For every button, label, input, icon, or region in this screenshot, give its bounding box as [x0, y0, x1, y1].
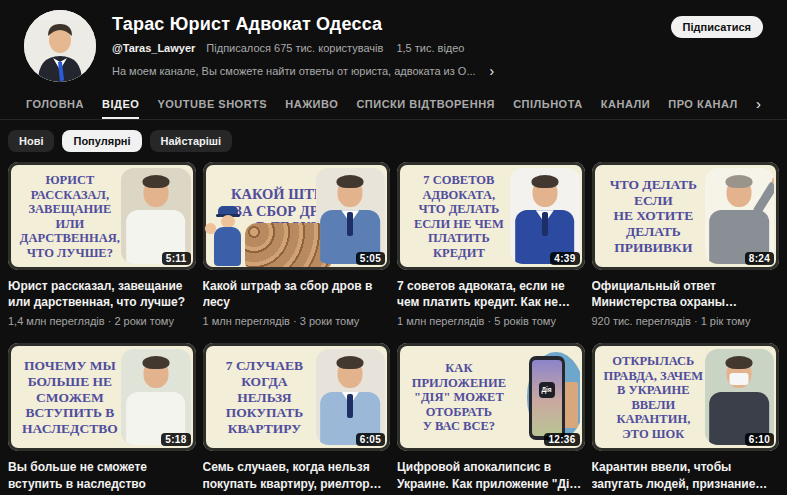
tab-live[interactable]: НАЖИВО [285, 88, 338, 119]
thumbnail-photo [510, 168, 579, 264]
video-thumbnail[interactable]: ЮРИСТ РАССКАЗАЛ, ЗАВЕЩАНИЕ ИЛИ ДАРСТВЕНН… [8, 162, 196, 270]
video-meta: 1 млн переглядів · 3 роки тому [203, 315, 391, 327]
person-head [338, 359, 363, 388]
video-card[interactable]: КАК ПРИЛОЖЕНИЕ "ДІЯ" МОЖЕТ ОТОБРАТЬ У ВА… [397, 343, 585, 495]
channel-description: На моем канале, Вы сможете найти ответы … [112, 65, 476, 77]
channel-tab-bar: ГОЛОВНА ВІДЕО YOUTUBE SHORTS НАЖИВО СПИС… [0, 88, 787, 120]
subscriber-count: Підписалося 675 тис. користувачів [206, 42, 383, 54]
video-duration-badge: 4:39 [550, 252, 579, 265]
tabs-overflow-chevron-icon[interactable]: › [756, 88, 761, 119]
video-thumbnail[interactable]: 7 СЛУЧАЕВ КОГДА НЕЛЬЗЯ ПОКУПАТЬ КВАРТИРУ… [203, 343, 391, 451]
video-duration-badge: 5:05 [356, 252, 385, 265]
channel-avatar[interactable] [24, 10, 96, 82]
video-count: 1,5 тис. відео [396, 42, 464, 54]
video-card[interactable]: ЧТО ДЕЛАТЬ ЕСЛИ НЕ ХОТИТЕ ДЕЛАТЬ ПРИВИВК… [592, 162, 780, 327]
channel-header: Тарас Юрист Адвокат Одесса @Taras_Lawyer… [0, 0, 787, 86]
video-title[interactable]: Карантин ввели, чтобы запугать людей, пр… [592, 459, 780, 491]
smartphone-icon: Дія [529, 356, 565, 440]
video-meta: 1 млн переглядів · 5 років тому [397, 315, 585, 327]
sort-chips: Нові Популярні Найстаріші [8, 130, 779, 152]
video-thumbnail[interactable]: КАКОЙ ШТРАФ ЗА СБОР ДРОВ В ЛЕСУ? 5:05 [203, 162, 391, 270]
person-head [727, 178, 752, 207]
video-title[interactable]: Вы больше не сможете вступить в наследст… [8, 459, 196, 491]
video-title[interactable]: 7 советов адвоката, если не чем платить … [397, 278, 585, 310]
channel-handle[interactable]: @Taras_Lawyer [112, 42, 195, 54]
thumbnail-headline: 7 СОВЕТОВ АДВОКАТА, ЧТО ДЕЛАТЬ ЕСЛИ НЕ Ч… [406, 173, 511, 260]
thumbnail-photo [121, 349, 190, 445]
thumbnail-photo [316, 349, 385, 445]
channel-description-row[interactable]: На моем канале, Вы сможете найти ответы … [112, 63, 494, 79]
pointing-arm [752, 180, 774, 215]
person-tie [347, 212, 353, 236]
tab-videos[interactable]: ВІДЕО [102, 88, 139, 119]
video-card[interactable]: 7 СОВЕТОВ АДВОКАТА, ЧТО ДЕЛАТЬ ЕСЛИ НЕ Ч… [397, 162, 585, 327]
tab-channels[interactable]: КАНАЛИ [601, 88, 650, 119]
person-head [143, 359, 168, 388]
video-card[interactable]: ЮРИСТ РАССКАЗАЛ, ЗАВЕЩАНИЕ ИЛИ ДАРСТВЕНН… [8, 162, 196, 327]
video-thumbnail[interactable]: 7 СОВЕТОВ АДВОКАТА, ЧТО ДЕЛАТЬ ЕСЛИ НЕ Ч… [397, 162, 585, 270]
thumbnail-headline: ОТКРЫЛАСЬ ПРАВДА, ЗАЧЕМ В УКРАИНЕ ВВЕЛИ … [601, 354, 706, 441]
person-tie [347, 394, 353, 418]
video-thumbnail[interactable]: ОТКРЫЛАСЬ ПРАВДА, ЗАЧЕМ В УКРАИНЕ ВВЕЛИ … [592, 343, 780, 451]
firewood-icon [245, 223, 331, 267]
video-title[interactable]: Какой штраф за сбор дров в лесу [203, 278, 391, 310]
tab-playlists[interactable]: СПИСКИ ВІДТВОРЕННЯ [356, 88, 495, 119]
video-duration-badge: 12:36 [544, 433, 579, 446]
thumbnail-headline: 7 СЛУЧАЕВ КОГДА НЕЛЬЗЯ ПОКУПАТЬ КВАРТИРУ [212, 358, 317, 436]
thumbnail-headline: ПОЧЕМУ МЫ БОЛЬШЕ НЕ СМОЖЕМ ВСТУПИТЬ В НА… [17, 358, 122, 436]
chip-oldest[interactable]: Найстаріші [150, 130, 232, 152]
phone-screen: Дія [532, 360, 562, 436]
video-grid: ЮРИСТ РАССКАЗАЛ, ЗАВЕЩАНИЕ ИЛИ ДАРСТВЕНН… [0, 162, 787, 495]
video-duration-badge: 6:10 [745, 433, 774, 446]
thumbnail-photo [121, 168, 190, 264]
subscribe-button[interactable]: Підписатися [671, 16, 763, 38]
video-duration-badge: 6:05 [356, 433, 385, 446]
dia-app-icon: Дія [539, 382, 555, 398]
video-title[interactable]: Цифровой апокалипсис в Украине. Как прил… [397, 459, 585, 491]
tab-about[interactable]: ПРО КАНАЛ [668, 88, 738, 119]
video-title[interactable]: Юрист рассказал, завещание или дарственн… [8, 278, 196, 310]
thumbnail-photo [705, 349, 774, 445]
chip-latest[interactable]: Нові [8, 130, 54, 152]
person-head [532, 178, 557, 207]
thumbnail-headline: ЮРИСТ РАССКАЗАЛ, ЗАВЕЩАНИЕ ИЛИ ДАРСТВЕНН… [17, 173, 122, 260]
video-thumbnail[interactable]: ЧТО ДЕЛАТЬ ЕСЛИ НЕ ХОТИТЕ ДЕЛАТЬ ПРИВИВК… [592, 162, 780, 270]
thumbnail-headline: ЧТО ДЕЛАТЬ ЕСЛИ НЕ ХОТИТЕ ДЕЛАТЬ ПРИВИВК… [601, 177, 706, 255]
video-title[interactable]: Семь случаев, когда нельзя покупать квар… [203, 459, 391, 491]
person-tie [542, 212, 548, 236]
channel-title: Тарас Юрист Адвокат Одесса [112, 14, 494, 35]
video-card[interactable]: ОТКРЫЛАСЬ ПРАВДА, ЗАЧЕМ В УКРАИНЕ ВВЕЛИ … [592, 343, 780, 495]
channel-info: Тарас Юрист Адвокат Одесса @Taras_Lawyer… [112, 10, 494, 82]
video-meta: 1,4 млн переглядів · 2 роки тому [8, 315, 196, 327]
thumbnail-photo [316, 168, 385, 264]
video-thumbnail[interactable]: ПОЧЕМУ МЫ БОЛЬШЕ НЕ СМОЖЕМ ВСТУПИТЬ В НА… [8, 343, 196, 451]
person-head [143, 178, 168, 207]
video-duration-badge: 5:18 [161, 433, 190, 446]
medical-mask-icon [730, 373, 749, 385]
video-card[interactable]: КАКОЙ ШТРАФ ЗА СБОР ДРОВ В ЛЕСУ? 5:05 Ка… [203, 162, 391, 327]
video-meta: 920 тис. переглядів · 1 рік тому [592, 315, 780, 327]
chip-popular[interactable]: Популярні [62, 130, 141, 152]
thumbnail-photo [705, 168, 774, 264]
video-card[interactable]: ПОЧЕМУ МЫ БОЛЬШЕ НЕ СМОЖЕМ ВСТУПИТЬ В НА… [8, 343, 196, 495]
tab-shorts[interactable]: YOUTUBE SHORTS [157, 88, 267, 119]
thumbnail-headline: КАК ПРИЛОЖЕНИЕ "ДІЯ" МОЖЕТ ОТОБРАТЬ У ВА… [406, 361, 511, 434]
policeman-icon [210, 206, 244, 266]
video-card[interactable]: 7 СЛУЧАЕВ КОГДА НЕЛЬЗЯ ПОКУПАТЬ КВАРТИРУ… [203, 343, 391, 495]
tab-home[interactable]: ГОЛОВНА [26, 88, 84, 119]
channel-meta-line: @Taras_Lawyer Підписалося 675 тис. корис… [112, 42, 494, 54]
thumbnail-photo: Дія [510, 349, 579, 445]
video-duration-badge: 8:24 [745, 252, 774, 265]
tab-community[interactable]: СПІЛЬНОТА [513, 88, 583, 119]
avatar-person-image [24, 10, 96, 82]
video-duration-badge: 5:11 [162, 252, 191, 265]
video-title[interactable]: Официальный ответ Министерства охраны зд… [592, 278, 780, 310]
chevron-right-icon[interactable]: › [490, 63, 495, 79]
person-head [338, 178, 363, 207]
video-thumbnail[interactable]: КАК ПРИЛОЖЕНИЕ "ДІЯ" МОЖЕТ ОТОБРАТЬ У ВА… [397, 343, 585, 451]
